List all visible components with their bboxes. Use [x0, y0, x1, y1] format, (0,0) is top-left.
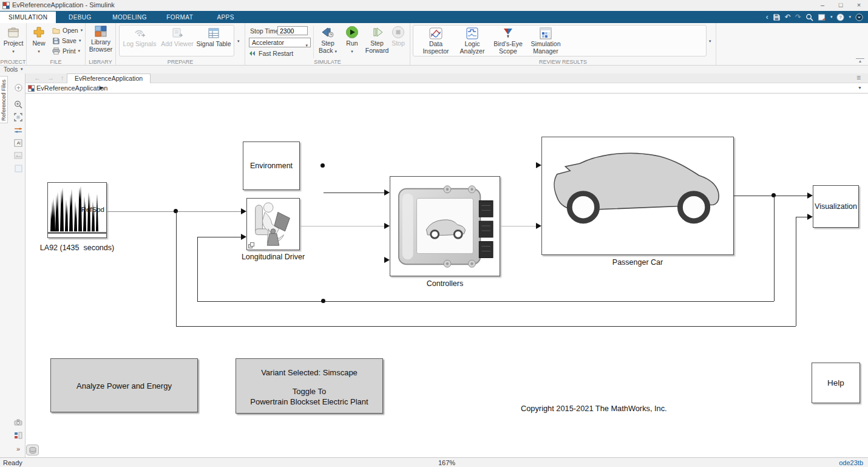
- log-signals-button[interactable]: Log Signals: [122, 27, 157, 48]
- breadcrumb[interactable]: EvReferenceApplication: [36, 84, 107, 92]
- environment-block[interactable]: Environment: [243, 141, 300, 190]
- library-browser-button[interactable]: Library Browser: [87, 26, 115, 53]
- step-back-button[interactable]: Step Back ▾: [316, 26, 340, 55]
- open-label: Open: [63, 27, 78, 34]
- status-zoom[interactable]: 167%: [438, 459, 455, 466]
- qa-new-window-caret-icon[interactable]: ▾: [830, 15, 833, 19]
- add-viewer-button[interactable]: Add Viewer: [160, 27, 195, 48]
- copyright-text: Copyright 2015-2021 The MathWorks, Inc.: [521, 404, 667, 413]
- signal-lines-icon: [14, 126, 22, 134]
- stop-time-input[interactable]: [277, 26, 308, 35]
- model-browser-icon: [14, 432, 22, 439]
- birds-eye-scope-button[interactable]: Bird's-Eye Scope: [490, 27, 526, 55]
- variant-toggle-button[interactable]: Variant Selected: Simscape Toggle To Pow…: [236, 358, 383, 414]
- tab-apps[interactable]: APPS: [205, 12, 247, 24]
- nav-forward-icon[interactable]: →: [47, 74, 54, 81]
- wire-feedback-to-driver: [197, 237, 241, 237]
- driver-icon: [247, 199, 299, 250]
- tab-format[interactable]: FORMAT: [158, 12, 202, 24]
- viewmark-button[interactable]: [13, 163, 24, 174]
- new-button[interactable]: New ▾: [28, 26, 50, 55]
- qa-undo-icon[interactable]: ↶: [785, 11, 791, 23]
- simulation-manager-button[interactable]: Simulation Manager: [527, 27, 565, 55]
- qa-expand-left-icon[interactable]: ‹: [766, 11, 768, 23]
- screenshot-button[interactable]: [13, 417, 24, 428]
- ribbon-group-simulate: Stop Time Accelerator ▾ Fast Restart Ste…: [245, 23, 410, 66]
- group-label-review: REVIEW RESULTS: [410, 59, 716, 65]
- tools-label[interactable]: Tools: [4, 66, 18, 73]
- project-button[interactable]: Project ▾: [2, 26, 25, 55]
- stop-icon: [392, 26, 405, 39]
- model-canvas[interactable]: RefSpd LA92 (1435 seconds) Environment L…: [25, 94, 868, 457]
- tab-modeling[interactable]: MODELING: [104, 12, 155, 24]
- visualization-block[interactable]: Visualization: [813, 185, 859, 228]
- wire-driver-to-controllers: [300, 226, 384, 227]
- nav-back-icon[interactable]: ←: [34, 74, 41, 81]
- review-overflow-caret-icon[interactable]: ▾: [709, 39, 711, 44]
- arrowhead: [807, 193, 813, 199]
- referenced-files-tab[interactable]: Referenced Files: [0, 76, 8, 123]
- minimize-icon[interactable]: –: [813, 0, 832, 11]
- save-icon: [52, 37, 59, 44]
- simulation-mode-select[interactable]: Accelerator ▾: [249, 38, 311, 47]
- window-title: EvReferenceApplication - Simulink: [12, 1, 115, 9]
- close-icon[interactable]: ×: [850, 0, 868, 11]
- longitudinal-driver-block[interactable]: [246, 198, 300, 250]
- qa-help-icon[interactable]: ?: [836, 13, 844, 21]
- wire-car-feedback-h: [197, 301, 774, 302]
- save-button[interactable]: Save ▾: [52, 37, 81, 44]
- drive-cycle-block[interactable]: RefSpd: [47, 182, 107, 238]
- controllers-block[interactable]: [390, 176, 500, 276]
- run-button[interactable]: Run ▾: [341, 26, 363, 55]
- open-button[interactable]: Open ▾: [52, 27, 83, 34]
- wire-car-feedback-v1: [774, 196, 775, 301]
- compare-signals-button[interactable]: [13, 124, 24, 135]
- logic-analyzer-button[interactable]: Logic Analyzer: [455, 27, 490, 55]
- collapse-ribbon-icon[interactable]: ▴: [856, 58, 864, 64]
- status-solver[interactable]: ode23tb: [839, 459, 863, 466]
- fit-to-view-button[interactable]: [13, 112, 24, 123]
- passenger-car-block[interactable]: [541, 137, 734, 255]
- prepare-overflow-caret-icon[interactable]: ▾: [237, 39, 240, 44]
- step-forward-button[interactable]: Step Forward: [364, 26, 390, 54]
- qa-help-caret-icon[interactable]: ▾: [849, 15, 851, 19]
- nav-up-icon[interactable]: ↑: [61, 74, 64, 81]
- prepare-gallery: Log Signals Add Viewer Signal Table: [119, 25, 234, 56]
- show-model-browser-button[interactable]: [26, 445, 39, 455]
- ribbon-tab-strip: SIMULATION DEBUG MODELING FORMAT APPS ‹ …: [0, 11, 868, 23]
- qa-save-icon[interactable]: [773, 13, 781, 21]
- qa-new-window-icon[interactable]: [818, 13, 826, 21]
- document-tab[interactable]: EvReferenceApplication: [67, 73, 151, 83]
- qa-search-icon[interactable]: [805, 13, 813, 21]
- analyze-power-energy-button[interactable]: Analyze Power and Energy: [50, 358, 198, 412]
- environment-branch-dot: [320, 163, 325, 168]
- hide-explorer-bar-button[interactable]: [13, 82, 24, 93]
- maximize-icon[interactable]: □: [832, 0, 850, 11]
- help-block[interactable]: Help: [812, 363, 860, 403]
- logic-analyzer-icon: [466, 27, 478, 39]
- layers-icon: [29, 447, 36, 454]
- step-back-caret-icon: ▾: [334, 49, 337, 53]
- tab-debug[interactable]: DEBUG: [59, 12, 101, 24]
- camera-icon: [14, 419, 22, 426]
- fast-restart-toggle[interactable]: Fast Restart: [249, 50, 293, 57]
- data-inspector-button[interactable]: Data Inspector: [418, 27, 453, 55]
- signal-table-button[interactable]: Signal Table: [196, 27, 231, 48]
- simulation-mode-caret-icon: ▾: [305, 41, 308, 50]
- stop-button[interactable]: Stop: [388, 26, 408, 47]
- tab-list-menu-icon[interactable]: ≡: [856, 73, 861, 82]
- tools-caret-icon[interactable]: ▾: [21, 67, 23, 72]
- run-caret-icon: ▾: [351, 49, 353, 53]
- image-tool-button[interactable]: [13, 150, 24, 161]
- ribbon: Project ▾ PROJECT New ▾ Open ▾ Save ▾: [0, 23, 868, 66]
- qa-redo-icon[interactable]: ↷: [795, 11, 801, 23]
- qa-community-icon[interactable]: [855, 13, 863, 21]
- zoom-tool-button[interactable]: [13, 99, 24, 110]
- annotation-tool-button[interactable]: A: [13, 137, 24, 148]
- feedback-branch-dot: [321, 299, 325, 303]
- model-browser-button[interactable]: [13, 430, 24, 441]
- expand-tools-button[interactable]: »: [13, 443, 24, 454]
- tab-simulation[interactable]: SIMULATION: [0, 12, 56, 24]
- breadcrumb-dropdown-icon[interactable]: ▼: [858, 86, 862, 90]
- print-button[interactable]: Print ▾: [52, 47, 80, 55]
